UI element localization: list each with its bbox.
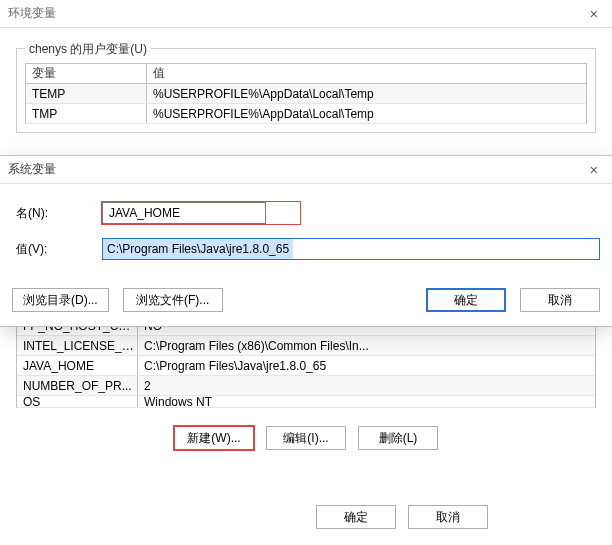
close-icon[interactable]: × xyxy=(584,162,604,178)
cell-value: Windows NT xyxy=(138,396,595,408)
table-row[interactable]: NUMBER_OF_PR... 2 xyxy=(17,376,595,396)
variable-value-input[interactable]: C:\Program Files\Java\jre1.8.0_65 xyxy=(102,238,600,260)
edit-button[interactable]: 编辑(I)... xyxy=(266,426,346,450)
table-row[interactable]: OS Windows NT xyxy=(17,396,595,408)
cell-name: INTEL_LICENSE_F... xyxy=(17,339,137,353)
browse-file-button[interactable]: 浏览文件(F)... xyxy=(123,288,223,312)
value-row: 值(V): C:\Program Files\Java\jre1.8.0_65 xyxy=(12,238,600,260)
dialog-titlebar: 系统变量 × xyxy=(0,156,612,184)
table-row[interactable]: TEMP %USERPROFILE%\AppData\Local\Temp xyxy=(26,84,586,104)
system-vars-table: FP_NO_HOST_CH... NO INTEL_LICENSE_F... C… xyxy=(16,316,596,408)
cell-value: %USERPROFILE%\AppData\Local\Temp xyxy=(147,87,586,101)
col-value: 值 xyxy=(147,65,586,82)
env-vars-footer: 确定 取消 xyxy=(302,495,502,539)
close-icon[interactable]: × xyxy=(584,6,604,22)
name-label: 名(N): xyxy=(12,205,102,222)
env-vars-titlebar: 环境变量 × xyxy=(0,0,612,28)
col-name: 变量 xyxy=(26,65,146,82)
system-vars-visible-area: FP_NO_HOST_CH... NO INTEL_LICENSE_F... C… xyxy=(16,316,596,460)
cancel-button[interactable]: 取消 xyxy=(408,505,488,529)
selected-text: C:\Program Files\Java\jre1.8.0_65 xyxy=(103,239,293,259)
ok-button[interactable]: 确定 xyxy=(316,505,396,529)
user-vars-group: chenys 的用户变量(U) 变量 值 TEMP %USERPROFILE%\… xyxy=(16,48,596,133)
delete-button[interactable]: 删除(L) xyxy=(358,426,438,450)
env-vars-title: 环境变量 xyxy=(8,5,56,22)
cell-value: %USERPROFILE%\AppData\Local\Temp xyxy=(147,107,586,121)
cancel-button[interactable]: 取消 xyxy=(520,288,600,312)
cell-name: TEMP xyxy=(26,87,146,101)
table-row[interactable]: INTEL_LICENSE_F... C:\Program Files (x86… xyxy=(17,336,595,356)
name-row: 名(N): xyxy=(12,202,600,224)
table-header: 变量 值 xyxy=(26,64,586,84)
edit-system-var-dialog: 系统变量 × 名(N): 值(V): C:\Program Files\Java… xyxy=(0,155,612,327)
table-row[interactable]: JAVA_HOME C:\Program Files\Java\jre1.8.0… xyxy=(17,356,595,376)
cell-name: TMP xyxy=(26,107,146,121)
user-vars-table: 变量 值 TEMP %USERPROFILE%\AppData\Local\Te… xyxy=(25,63,587,124)
user-vars-legend: chenys 的用户变量(U) xyxy=(25,41,151,58)
system-vars-buttons: 新建(W)... 编辑(I)... 删除(L) xyxy=(16,408,596,460)
dialog-buttons: 浏览目录(D)... 浏览文件(F)... 确定 取消 xyxy=(0,280,612,326)
browse-dir-button[interactable]: 浏览目录(D)... xyxy=(12,288,109,312)
cell-value: 2 xyxy=(138,379,595,393)
cell-name: JAVA_HOME xyxy=(17,359,137,373)
cell-name: NUMBER_OF_PR... xyxy=(17,379,137,393)
dialog-title: 系统变量 xyxy=(8,161,56,178)
cell-value: C:\Program Files\Java\jre1.8.0_65 xyxy=(138,359,595,373)
cell-name: OS xyxy=(17,396,137,408)
ok-button[interactable]: 确定 xyxy=(426,288,506,312)
variable-name-input[interactable] xyxy=(102,202,266,224)
value-label: 值(V): xyxy=(12,241,102,258)
table-row[interactable]: TMP %USERPROFILE%\AppData\Local\Temp xyxy=(26,104,586,124)
cell-value: C:\Program Files (x86)\Common Files\In..… xyxy=(138,339,595,353)
new-button[interactable]: 新建(W)... xyxy=(174,426,254,450)
